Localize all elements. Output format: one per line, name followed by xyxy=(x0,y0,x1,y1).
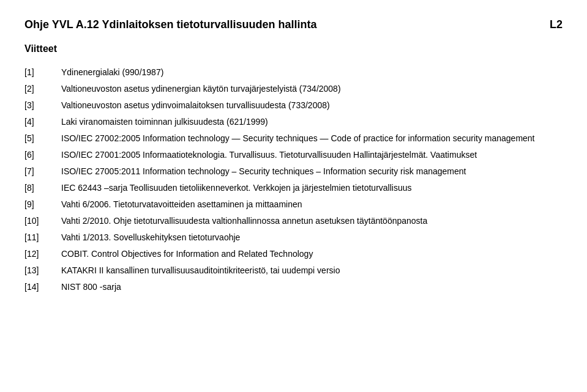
ref-number: [6] xyxy=(24,147,61,163)
ref-number: [9] xyxy=(24,196,61,213)
ref-text: Valtioneuvoston asetus ydinenergian käyt… xyxy=(61,81,563,97)
ref-number: [10] xyxy=(24,213,61,229)
ref-text: NIST 800 -sarja xyxy=(61,279,563,295)
table-row: [1]Ydinenergialaki (990/1987) xyxy=(24,64,563,81)
table-row: [11]Vahti 1/2013. Sovelluskehityksen tie… xyxy=(24,229,563,246)
ref-text: KATAKRI II kansallinen turvallisuusaudit… xyxy=(61,262,563,279)
ref-text: Valtioneuvoston asetus ydinvoimalaitokse… xyxy=(61,97,563,114)
ref-number: [13] xyxy=(24,262,61,279)
ref-text: Laki viranomaisten toiminnan julkisuudes… xyxy=(61,114,563,130)
ref-number: [12] xyxy=(24,246,61,262)
page-header: Ohje YVL A.12 Ydinlaitoksen tietoturvall… xyxy=(24,18,563,31)
ref-number: [3] xyxy=(24,97,61,114)
table-row: [7]ISO/IEC 27005:2011 Information techno… xyxy=(24,163,563,180)
table-row: [5]ISO/IEC 27002:2005 Information techno… xyxy=(24,130,563,147)
ref-text: ISO/IEC 27002:2005 Information technolog… xyxy=(61,130,563,147)
table-row: [8]IEC 62443 –sarja Teollisuuden tietoli… xyxy=(24,180,563,196)
ref-number: [7] xyxy=(24,163,61,180)
ref-text: Ydinenergialaki (990/1987) xyxy=(61,64,563,81)
ref-text: Vahti 1/2013. Sovelluskehityksen tietotu… xyxy=(61,229,563,246)
ref-number: [8] xyxy=(24,180,61,196)
table-row: [2]Valtioneuvoston asetus ydinenergian k… xyxy=(24,81,563,97)
ref-number: [5] xyxy=(24,130,61,147)
page-title: Ohje YVL A.12 Ydinlaitoksen tietoturvall… xyxy=(24,18,316,31)
table-row: [12]COBIT. Control Objectives for Inform… xyxy=(24,246,563,262)
table-row: [10]Vahti 2/2010. Ohje tietoturvallisuud… xyxy=(24,213,563,229)
ref-text: IEC 62443 –sarja Teollisuuden tietoliike… xyxy=(61,180,563,196)
ref-number: [1] xyxy=(24,64,61,81)
ref-text: ISO/IEC 27005:2011 Information technolog… xyxy=(61,163,563,180)
table-row: [13]KATAKRI II kansallinen turvallisuusa… xyxy=(24,262,563,279)
ref-text: COBIT. Control Objectives for Informatio… xyxy=(61,246,563,262)
ref-text: ISO/IEC 27001:2005 Informaatioteknologia… xyxy=(61,147,563,163)
page-badge: L2 xyxy=(550,18,563,31)
ref-number: [14] xyxy=(24,279,61,295)
section-title: Viitteet xyxy=(24,43,563,54)
ref-number: [11] xyxy=(24,229,61,246)
references-table: [1]Ydinenergialaki (990/1987)[2]Valtione… xyxy=(24,64,563,295)
ref-text: Vahti 2/2010. Ohje tietoturvallisuudesta… xyxy=(61,213,563,229)
table-row: [14]NIST 800 -sarja xyxy=(24,279,563,295)
table-row: [3]Valtioneuvoston asetus ydinvoimalaito… xyxy=(24,97,563,114)
table-row: [9]Vahti 6/2006. Tietoturvatavoitteiden … xyxy=(24,196,563,213)
ref-number: [4] xyxy=(24,114,61,130)
ref-text: Vahti 6/2006. Tietoturvatavoitteiden ase… xyxy=(61,196,563,213)
table-row: [4]Laki viranomaisten toiminnan julkisuu… xyxy=(24,114,563,130)
ref-number: [2] xyxy=(24,81,61,97)
table-row: [6]ISO/IEC 27001:2005 Informaatioteknolo… xyxy=(24,147,563,163)
